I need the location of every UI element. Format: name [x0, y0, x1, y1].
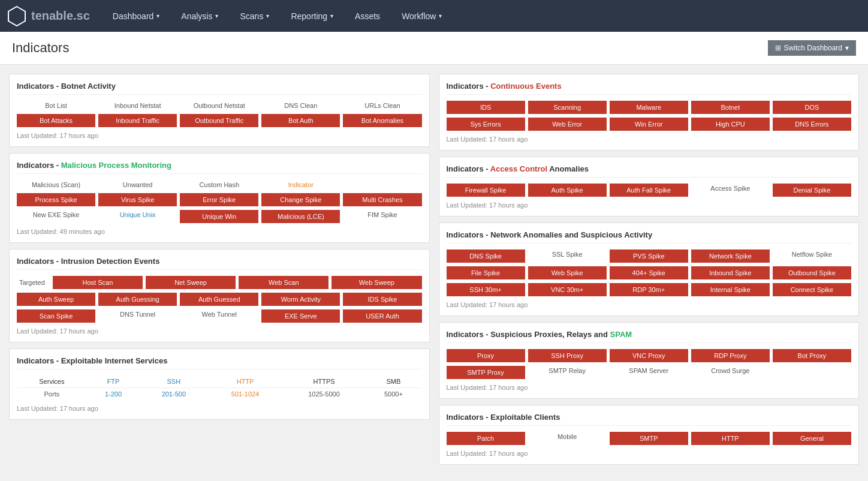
network-row3: SSH 30m+ VNC 30m+ RDP 30m+ Internal Spik… — [447, 283, 852, 296]
auth-spike-button[interactable]: Auth Spike — [528, 184, 607, 197]
web-sweep-button[interactable]: Web Sweep — [331, 276, 421, 289]
malicious-col4-label: Indicator — [261, 180, 340, 190]
web-spike-button[interactable]: Web Spike — [528, 266, 607, 279]
malicious-header-row: Malicious (Scan) Unwanted Custom Hash In… — [17, 180, 422, 190]
scan-spike-button[interactable]: Scan Spike — [17, 309, 95, 323]
nav-scans[interactable]: Scans ▾ — [229, 0, 280, 32]
dos-button[interactable]: DOS — [773, 101, 851, 114]
exe-serve-button[interactable]: EXE Serve — [261, 309, 340, 323]
analysis-caret: ▾ — [215, 13, 218, 19]
panel-malicious-title: Indicators - Malicious Process Monitorin… — [17, 161, 422, 174]
logo[interactable]: tenable.sc — [6, 5, 90, 27]
ids-spike-button[interactable]: IDS Spike — [343, 293, 421, 306]
access-control-last-updated: Last Updated: 17 hours ago — [447, 202, 852, 209]
svg-marker-0 — [8, 7, 25, 26]
intrusion-row2: Auth Sweep Auth Guessing Auth Guessed Wo… — [17, 293, 422, 306]
smtp-proxy-button[interactable]: SMTP Proxy — [447, 366, 525, 379]
http-clients-button[interactable]: HTTP — [691, 432, 770, 445]
worm-activity-button[interactable]: Worm Activity — [261, 293, 340, 306]
nav-reporting[interactable]: Reporting ▾ — [280, 0, 344, 32]
file-spike-button[interactable]: File Spike — [447, 266, 525, 279]
high-cpu-button[interactable]: High CPU — [691, 118, 770, 131]
network-spike-button[interactable]: Network Spike — [691, 249, 770, 263]
inbound-spike-button[interactable]: Inbound Spike — [691, 266, 770, 279]
reporting-caret: ▾ — [330, 13, 333, 19]
net-sweep-button[interactable]: Net Sweep — [146, 276, 236, 289]
404-spike-button[interactable]: 404+ Spike — [610, 266, 688, 279]
outbound-traffic-button[interactable]: Outbound Traffic — [180, 114, 258, 127]
internal-spike-button[interactable]: Internal Spike — [691, 283, 770, 296]
botnet-button[interactable]: Botnet — [691, 101, 770, 114]
nav-workflow[interactable]: Workflow ▾ — [391, 0, 453, 32]
web-error-button[interactable]: Web Error — [528, 118, 607, 131]
rdp-proxy-button[interactable]: RDP Proxy — [691, 349, 770, 362]
general-button[interactable]: General — [773, 432, 851, 445]
bot-proxy-button[interactable]: Bot Proxy — [773, 349, 851, 362]
vnc-30m-button[interactable]: VNC 30m+ — [528, 283, 607, 296]
bot-anomalies-button[interactable]: Bot Anomalies — [343, 114, 421, 127]
denial-spike-button[interactable]: Denial Spike — [773, 184, 851, 197]
pvs-spike-button[interactable]: PVS Spike — [610, 249, 688, 263]
connect-spike-button[interactable]: Connect Spike — [773, 283, 851, 296]
multi-crashes-button[interactable]: Multi Crashes — [343, 193, 421, 206]
intrusion-row1: Targeted Host Scan Net Sweep Web Scan We… — [17, 276, 422, 289]
nav-items: Dashboard ▾ Analysis ▾ Scans ▾ Reporting… — [102, 0, 862, 32]
scanning-button[interactable]: Scanning — [528, 101, 607, 114]
virus-spike-button[interactable]: Virus Spike — [98, 193, 177, 206]
web-scan-button[interactable]: Web Scan — [239, 276, 328, 289]
process-spike-button[interactable]: Process Spike — [17, 193, 95, 206]
nav-assets[interactable]: Assets — [344, 0, 391, 32]
malicious-col1-label: Malicious (Scan) — [17, 180, 95, 190]
malware-button[interactable]: Malware — [610, 101, 688, 114]
network-row2: File Spike Web Spike 404+ Spike Inbound … — [447, 266, 852, 279]
error-spike-button[interactable]: Error Spike — [180, 193, 258, 206]
ports-row: Ports 1-200 201-500 501-1024 1025-5000 5… — [17, 388, 422, 401]
change-spike-button[interactable]: Change Spike — [261, 193, 340, 206]
panel-network-anomalies: Indicators - Network Anomalies and Suspi… — [439, 223, 860, 316]
switch-dashboard-button[interactable]: ⊞ Switch Dashboard ▾ — [768, 40, 856, 56]
win-error-button[interactable]: Win Error — [610, 118, 688, 131]
dns-spike-button[interactable]: DNS Spike — [447, 249, 525, 263]
proxy-button[interactable]: Proxy — [447, 349, 525, 362]
ssh-proxy-button[interactable]: SSH Proxy — [528, 349, 607, 362]
user-auth-button[interactable]: USER Auth — [343, 309, 421, 323]
panel-exploitable-clients-title: Indicators - Exploitable Clients — [447, 413, 852, 426]
auth-sweep-button[interactable]: Auth Sweep — [17, 293, 95, 306]
proxies-last-updated: Last Updated: 17 hours ago — [447, 384, 852, 391]
continuous-row1: IDS Scanning Malware Botnet DOS — [447, 101, 852, 114]
nav-dashboard[interactable]: Dashboard ▾ — [102, 0, 171, 32]
nav-analysis[interactable]: Analysis ▾ — [170, 0, 229, 32]
outbound-spike-button[interactable]: Outbound Spike — [773, 266, 851, 279]
smb-col-header: SMB — [365, 375, 421, 388]
auth-fall-spike-button[interactable]: Auth Fall Spike — [610, 184, 688, 197]
logo-icon — [6, 5, 28, 27]
page-header: Indicators ⊞ Switch Dashboard ▾ — [0, 32, 868, 65]
rdp-30m-button[interactable]: RDP 30m+ — [610, 283, 688, 296]
botnet-col2-label: Inbound Netstat — [98, 101, 177, 110]
network-last-updated: Last Updated: 17 hours ago — [447, 301, 852, 308]
botnet-col1-label: Bot List — [17, 101, 95, 110]
patch-button[interactable]: Patch — [447, 432, 525, 445]
vnc-proxy-button[interactable]: VNC Proxy — [610, 349, 688, 362]
fim-spike-label: FIM Spike — [343, 210, 421, 223]
ssh-30m-button[interactable]: SSH 30m+ — [447, 283, 525, 296]
bot-auth-button[interactable]: Bot Auth — [261, 114, 340, 127]
smtp-button[interactable]: SMTP — [610, 432, 688, 445]
panel-botnet-title: Indicators - Botnet Activity — [17, 82, 422, 95]
malicious-lce-button[interactable]: Malicious (LCE) — [261, 210, 340, 223]
workflow-caret: ▾ — [439, 13, 442, 19]
unique-win-button[interactable]: Unique Win — [180, 210, 258, 223]
ids-button[interactable]: IDS — [447, 101, 525, 114]
dns-errors-button[interactable]: DNS Errors — [773, 118, 851, 131]
page-title: Indicators — [12, 40, 69, 56]
inbound-traffic-button[interactable]: Inbound Traffic — [98, 114, 177, 127]
botnet-last-updated: Last Updated: 17 hours ago — [17, 132, 422, 139]
firewall-spike-button[interactable]: Firewall Spike — [447, 184, 525, 197]
bot-attacks-button[interactable]: Bot Attacks — [17, 114, 95, 127]
malicious-col2-label: Unwanted — [98, 180, 177, 190]
malicious-row1: Process Spike Virus Spike Error Spike Ch… — [17, 193, 422, 206]
host-scan-button[interactable]: Host Scan — [53, 276, 143, 289]
auth-guessing-button[interactable]: Auth Guessing — [98, 293, 177, 306]
sys-errors-button[interactable]: Sys Errors — [447, 118, 525, 131]
auth-guessed-button[interactable]: Auth Guessed — [180, 293, 258, 306]
